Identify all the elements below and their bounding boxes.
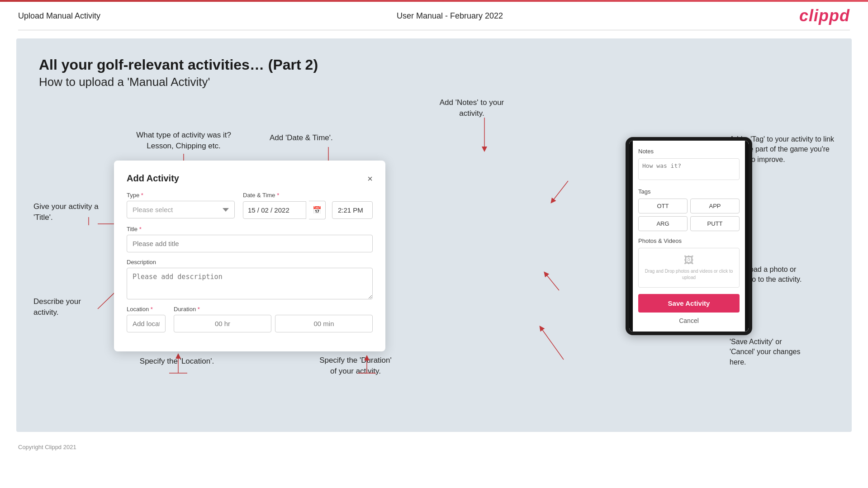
main-content: All your golf-relevant activities… (Part… [16, 38, 852, 432]
cancel-link[interactable]: Cancel [638, 317, 740, 324]
annotation-notes: Add 'Notes' to youractivity. [431, 97, 512, 119]
annotation-description: Describe youractivity. [33, 296, 106, 318]
annotation-location: Specify the 'Location'. [132, 356, 222, 367]
main-subheading: How to upload a 'Manual Activity' [39, 75, 829, 89]
description-label: Description [127, 259, 373, 265]
tags-grid: OTT APP ARG PUTT [638, 199, 740, 231]
manual-title: User Manual - February 2022 [397, 11, 503, 21]
annotation-type: What type of activity was it?Lesson, Chi… [134, 130, 233, 152]
svg-line-10 [552, 181, 568, 201]
modal-header: Add Activity × [127, 173, 373, 184]
description-group: Description [127, 259, 373, 299]
page-title: Upload Manual Activity [18, 11, 100, 21]
main-heading: All your golf-relevant activities… (Part… [39, 57, 829, 73]
datetime-group: Date & Time * 📅 [243, 192, 373, 219]
type-label: Type * [127, 192, 235, 199]
add-activity-modal: Add Activity × Type * Please select Date… [114, 161, 385, 351]
save-activity-button[interactable]: Save Activity [638, 294, 740, 313]
type-select[interactable]: Please select [127, 201, 235, 218]
form-row-location-duration: Location * Duration * [127, 306, 373, 332]
calendar-icon: 📅 [309, 201, 326, 219]
annotation-title: Give your activity a'Title'. [33, 201, 106, 223]
form-row-type-date: Type * Please select Date & Time * 📅 [127, 192, 373, 219]
annotation-datetime: Add 'Date & Time'. [270, 133, 333, 143]
annotation-upload: Upload a photo orvideo to the activity. [739, 265, 838, 285]
top-bar: Upload Manual Activity User Manual - Feb… [0, 0, 868, 30]
title-form-label: Title * [127, 226, 373, 232]
footer: Copyright Clippd 2021 [0, 440, 868, 454]
location-input[interactable] [127, 315, 166, 332]
svg-line-11 [545, 274, 559, 290]
phone-tags-label: Tags [638, 188, 740, 195]
tag-arg[interactable]: ARG [638, 216, 688, 231]
annotation-duration: Specify the 'Duration'of your activity. [306, 355, 405, 377]
phone-photos-label: Photos & Videos [638, 237, 740, 244]
duration-hr-input[interactable] [174, 315, 271, 332]
tag-ott[interactable]: OTT [638, 199, 688, 213]
duration-min-input[interactable] [275, 315, 373, 332]
copyright-text: Copyright Clippd 2021 [18, 444, 76, 450]
phone-notes-input[interactable] [638, 158, 740, 180]
photos-upload-area[interactable]: 🖼 Drag and Drop photos and videos or cli… [638, 248, 740, 288]
photo-icon: 🖼 [684, 255, 694, 266]
divider [18, 30, 850, 30]
datetime-label: Date & Time * [243, 192, 373, 199]
phone-notes-label: Notes [638, 148, 740, 155]
modal-title: Add Activity [127, 173, 179, 184]
description-input[interactable] [127, 268, 373, 299]
duration-inputs [174, 315, 373, 332]
time-input[interactable] [332, 201, 373, 219]
modal-close-button[interactable]: × [367, 174, 373, 183]
logo: clippd [799, 6, 850, 25]
tag-putt[interactable]: PUTT [690, 216, 740, 231]
date-input[interactable] [243, 201, 306, 219]
svg-line-12 [541, 328, 564, 360]
duration-label: Duration * [174, 306, 373, 313]
phone-mockup: Notes Tags OTT APP ARG PUTT Photos & Vid… [626, 137, 752, 335]
location-group: Location * [127, 306, 166, 332]
photos-upload-text: Drag and Drop photos and videos or click… [642, 268, 735, 281]
location-label: Location * [127, 306, 166, 313]
type-group: Type * Please select [127, 192, 235, 219]
duration-group: Duration * [174, 306, 373, 332]
title-input[interactable] [127, 235, 373, 252]
annotation-save: 'Save Activity' or'Cancel' your changesh… [730, 337, 838, 367]
title-group: Title * [127, 226, 373, 252]
tag-app[interactable]: APP [690, 199, 740, 213]
